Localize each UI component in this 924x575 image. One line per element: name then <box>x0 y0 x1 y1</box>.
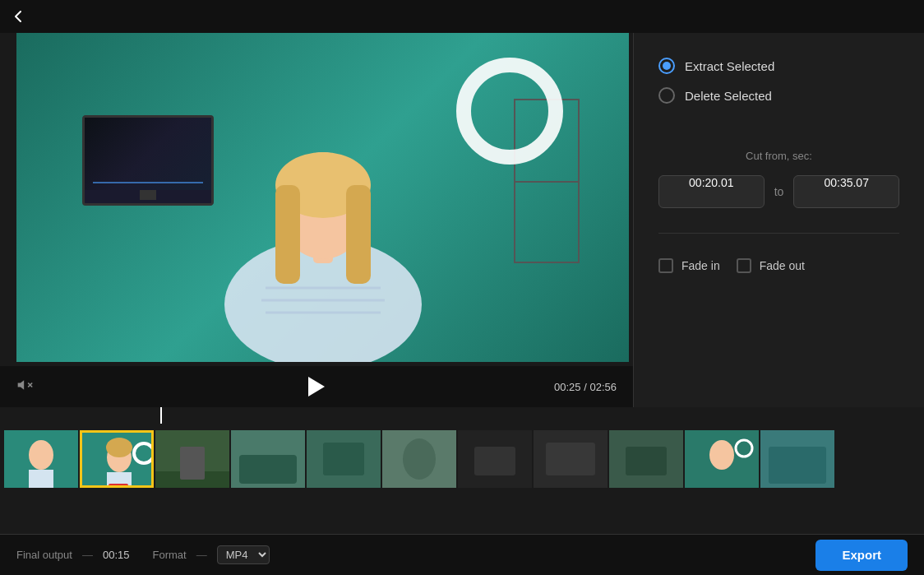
svg-rect-26 <box>323 443 364 475</box>
svg-rect-17 <box>107 472 132 488</box>
right-panel: Extract Selected Delete Selected Cut fro… <box>633 33 924 407</box>
svg-rect-4 <box>275 185 300 284</box>
to-separator: to <box>774 185 784 198</box>
fade-out-checkbox[interactable] <box>737 258 751 273</box>
thumb-preview-6 <box>382 430 456 488</box>
thumb-preview-8 <box>534 430 608 488</box>
video-frame <box>16 33 629 362</box>
output-separator: — <box>82 549 93 561</box>
svg-point-16 <box>106 438 132 457</box>
svg-rect-19 <box>109 484 128 488</box>
timeline-thumb-11[interactable] <box>760 430 834 488</box>
fade-out-label: Fade out <box>760 259 805 272</box>
format-label: Format <box>152 549 186 561</box>
output-info: Final output — 00:15 Format — MP4 MOV AV… <box>16 545 270 564</box>
timeline-thumb-10[interactable] <box>685 430 759 488</box>
export-button[interactable]: Export <box>815 540 908 571</box>
person-figure <box>183 41 463 362</box>
timeline-thumb-4[interactable] <box>231 430 305 488</box>
cut-inputs: 00:20.01 to 00:35.07 <box>658 175 899 208</box>
extract-selected-label: Extract Selected <box>685 59 774 73</box>
fade-in-checkbox[interactable] <box>658 258 673 273</box>
ring-light-prop <box>456 58 563 165</box>
timeline[interactable] <box>0 407 924 502</box>
thumb-preview-10 <box>685 430 759 488</box>
thumb-preview-1 <box>4 430 78 488</box>
svg-rect-39 <box>769 447 826 484</box>
format-separator: — <box>196 549 207 561</box>
fade-section: Fade in Fade out <box>658 258 899 273</box>
play-button[interactable] <box>308 377 325 396</box>
svg-point-12 <box>29 440 53 470</box>
final-output-label: Final output <box>16 549 72 561</box>
delete-radio-button[interactable] <box>658 87 675 104</box>
timeline-thumb-2[interactable] <box>80 430 154 488</box>
timeline-thumb-5[interactable] <box>307 430 381 488</box>
delete-selected-option[interactable]: Delete Selected <box>658 87 899 104</box>
timeline-thumb-1[interactable] <box>4 430 78 488</box>
svg-rect-30 <box>474 447 515 475</box>
chevron-left-icon <box>10 8 26 25</box>
svg-rect-22 <box>180 447 205 480</box>
output-duration: 00:15 <box>103 549 130 561</box>
cut-section: Cut from, sec: 00:20.01 to 00:35.07 <box>658 150 899 208</box>
extract-selected-option[interactable]: Extract Selected <box>658 58 899 74</box>
video-player <box>16 33 629 362</box>
timeline-thumb-6[interactable] <box>382 430 456 488</box>
fade-out-option[interactable]: Fade out <box>737 258 805 273</box>
bottom-bar: Final output — 00:15 Format — MP4 MOV AV… <box>0 534 924 575</box>
volume-mute-icon <box>16 377 33 393</box>
thumb-preview-9 <box>609 430 683 488</box>
top-bar <box>0 0 924 33</box>
time-separator: / <box>584 381 587 393</box>
current-time: 00:25 <box>554 381 581 393</box>
total-time: 02:56 <box>589 381 617 393</box>
video-controls: 00:25 / 02:56 <box>0 366 633 407</box>
start-time-input[interactable]: 00:20.01 <box>658 175 765 208</box>
thumb-preview-3 <box>155 430 229 488</box>
thumb-preview-2 <box>82 433 154 488</box>
thumb-preview-7 <box>458 430 532 488</box>
timeline-thumb-7[interactable] <box>458 430 532 488</box>
svg-point-28 <box>403 438 436 480</box>
svg-point-36 <box>709 440 734 470</box>
svg-rect-24 <box>239 455 297 484</box>
timeline-thumb-9[interactable] <box>609 430 683 488</box>
svg-rect-5 <box>346 185 371 284</box>
timeline-marker <box>160 407 162 424</box>
format-select[interactable]: MP4 MOV AVI <box>217 545 270 564</box>
thumb-preview-11 <box>760 430 834 488</box>
fade-in-label: Fade in <box>681 259 720 272</box>
panel-divider <box>658 233 899 234</box>
timeline-thumb-3[interactable] <box>155 430 229 488</box>
back-button[interactable] <box>10 8 26 25</box>
svg-rect-32 <box>546 443 595 475</box>
fade-in-option[interactable]: Fade in <box>658 258 720 273</box>
extract-radio-button[interactable] <box>658 58 675 74</box>
cut-from-label: Cut from, sec: <box>658 150 899 162</box>
thumb-preview-5 <box>307 430 381 488</box>
timeline-strip <box>0 407 924 502</box>
thumb-preview-4 <box>231 430 305 488</box>
end-time-input[interactable]: 00:35.07 <box>793 175 899 208</box>
timeline-thumb-8[interactable] <box>534 430 608 488</box>
monitor-stand <box>140 190 156 200</box>
time-display: 00:25 / 02:56 <box>554 381 617 393</box>
svg-rect-13 <box>29 470 53 488</box>
delete-selected-label: Delete Selected <box>685 89 772 103</box>
volume-button[interactable] <box>16 377 33 396</box>
svg-rect-34 <box>626 447 667 475</box>
